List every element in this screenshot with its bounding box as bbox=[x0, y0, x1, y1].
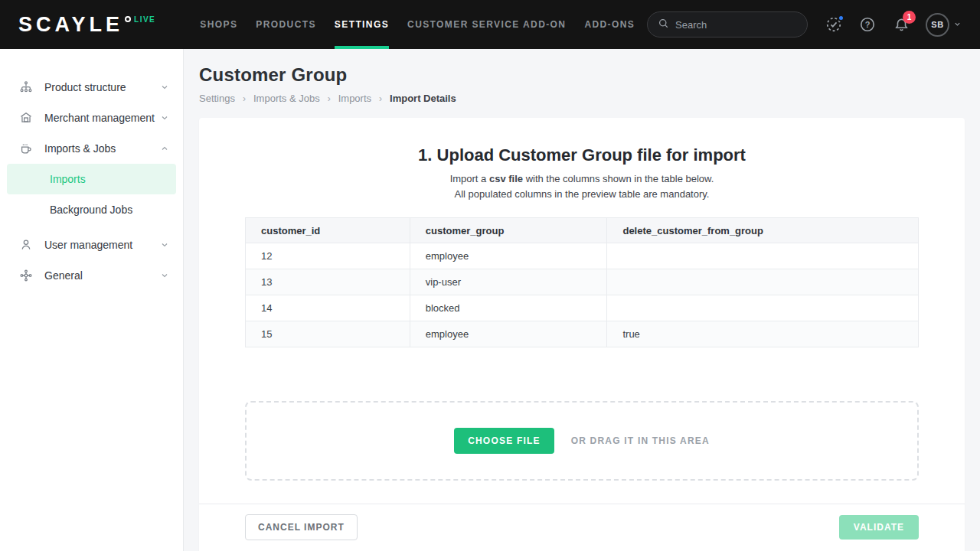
nav-products[interactable]: PRODUCTS bbox=[247, 0, 325, 49]
store-icon bbox=[18, 111, 34, 125]
breadcrumb-imports-jobs[interactable]: Imports & Jobs bbox=[253, 93, 320, 104]
nav-settings[interactable]: SETTINGS bbox=[325, 0, 398, 49]
sidebar: Product structure Merchant management bbox=[0, 49, 184, 551]
column-header-customer-group: customer_group bbox=[410, 218, 607, 243]
breadcrumb-separator: › bbox=[379, 93, 382, 104]
column-header-delete-customer-from-group: delete_customer_from_group bbox=[607, 218, 919, 243]
chevron-down-icon bbox=[160, 271, 169, 280]
topbar-icon-cluster: ? 1 SB bbox=[825, 13, 962, 37]
upload-instructions: Import a csv file with the columns shown… bbox=[199, 171, 965, 202]
user-menu[interactable]: SB bbox=[926, 13, 962, 37]
upload-step-heading: 1. Upload Customer Group file for import bbox=[199, 145, 965, 165]
search-icon bbox=[658, 18, 669, 32]
user-icon bbox=[18, 238, 34, 252]
logo-text: SCAYLE bbox=[18, 15, 123, 35]
chevron-up-icon bbox=[160, 144, 169, 153]
sidebar-item-product-structure[interactable]: Product structure bbox=[0, 72, 183, 103]
sitemap-icon bbox=[18, 80, 34, 94]
top-bar: SCAYLE LIVE SHOPS PRODUCTS SETTINGS CUST… bbox=[0, 0, 980, 49]
main-content: Customer Group Settings › Imports & Jobs… bbox=[184, 49, 980, 551]
breadcrumb-imports[interactable]: Imports bbox=[338, 93, 371, 104]
breadcrumb: Settings › Imports & Jobs › Imports › Im… bbox=[199, 93, 965, 104]
top-navigation: SHOPS PRODUCTS SETTINGS CUSTOMER SERVICE… bbox=[191, 0, 644, 49]
status-dot bbox=[838, 15, 844, 21]
chevron-down-icon bbox=[953, 18, 962, 31]
nav-addons[interactable]: ADD-ONS bbox=[575, 0, 644, 49]
sidebar-item-user-management[interactable]: User management bbox=[0, 230, 183, 260]
app-window: SCAYLE LIVE SHOPS PRODUCTS SETTINGS CUST… bbox=[0, 0, 980, 551]
table-row: 12 employee bbox=[246, 243, 919, 269]
sidebar-item-imports-jobs[interactable]: Imports & Jobs bbox=[0, 133, 183, 164]
card-footer: CANCEL IMPORT VALIDATE bbox=[199, 504, 965, 550]
help-glyph: ? bbox=[865, 20, 871, 29]
page-title: Customer Group bbox=[199, 64, 965, 86]
mug-icon bbox=[18, 142, 34, 155]
import-card: 1. Upload Customer Group file for import… bbox=[199, 118, 965, 551]
sidebar-subitem-background-jobs[interactable]: Background Jobs bbox=[7, 194, 176, 225]
breadcrumb-separator: › bbox=[328, 93, 331, 104]
csv-preview-table: customer_id customer_group delete_custom… bbox=[245, 217, 919, 347]
chevron-down-icon bbox=[160, 240, 169, 249]
help-icon[interactable]: ? bbox=[858, 15, 877, 34]
nodes-icon bbox=[18, 269, 34, 282]
breadcrumb-import-details: Import Details bbox=[390, 93, 456, 104]
column-header-customer-id: customer_id bbox=[246, 218, 410, 243]
tasks-status-icon[interactable] bbox=[825, 15, 843, 34]
table-row: 13 vip-user bbox=[246, 269, 919, 295]
table-header-row: customer_id customer_group delete_custom… bbox=[246, 218, 919, 243]
sidebar-subitem-imports[interactable]: Imports bbox=[7, 164, 176, 194]
chevron-down-icon bbox=[160, 83, 169, 92]
chevron-down-icon bbox=[160, 113, 169, 122]
nav-customer-service-addon[interactable]: CUSTOMER SERVICE ADD-ON bbox=[398, 0, 575, 49]
dropzone-hint: OR DRAG IT IN THIS AREA bbox=[571, 435, 710, 446]
choose-file-button[interactable]: CHOOSE FILE bbox=[454, 428, 554, 454]
notifications-bell-icon[interactable]: 1 bbox=[892, 15, 910, 34]
logo-circle-icon bbox=[125, 16, 131, 22]
global-search[interactable] bbox=[647, 11, 808, 37]
validate-button[interactable]: VALIDATE bbox=[839, 515, 919, 540]
scayle-logo[interactable]: SCAYLE LIVE bbox=[18, 15, 155, 35]
table-row: 15 employee true bbox=[246, 321, 919, 347]
sidebar-item-general[interactable]: General bbox=[0, 260, 183, 291]
environment-badge: LIVE bbox=[134, 15, 155, 24]
notification-badge: 1 bbox=[903, 11, 916, 24]
sidebar-item-merchant-management[interactable]: Merchant management bbox=[0, 103, 183, 133]
breadcrumb-settings[interactable]: Settings bbox=[199, 93, 235, 104]
nav-shops[interactable]: SHOPS bbox=[191, 0, 247, 49]
file-dropzone[interactable]: CHOOSE FILE OR DRAG IT IN THIS AREA bbox=[245, 401, 919, 481]
table-row: 14 blocked bbox=[246, 295, 919, 321]
card-header: 1. Upload Customer Group file for import… bbox=[199, 118, 965, 202]
avatar: SB bbox=[926, 13, 949, 37]
breadcrumb-separator: › bbox=[243, 93, 246, 104]
cancel-import-button[interactable]: CANCEL IMPORT bbox=[245, 514, 358, 540]
search-input[interactable] bbox=[675, 19, 797, 31]
